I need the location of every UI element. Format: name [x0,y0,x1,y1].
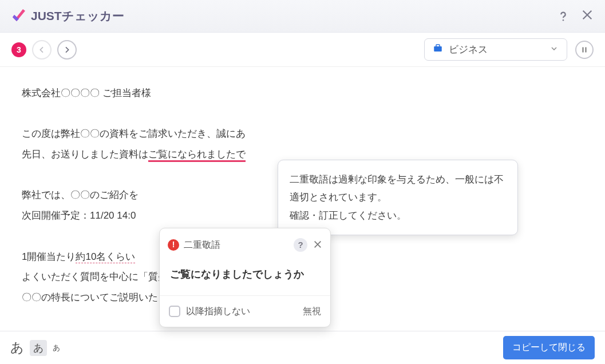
popup-title: 二重敬語 [184,235,220,255]
fontsize-medium[interactable]: あ [30,340,47,356]
popup-close-icon[interactable] [313,239,322,251]
fontsize-large[interactable]: あ [10,339,24,357]
chevron-down-icon [549,44,559,56]
popup-header: ! 二重敬語 ? [160,228,330,262]
svg-rect-2 [436,45,440,47]
app-title: JUSTチェッカー [31,8,124,24]
category-label: ビジネス [449,43,488,56]
footer: あ あ あ コピーして閉じる [0,331,605,364]
pause-button[interactable] [575,41,594,59]
explanation-tooltip: 二重敬語は過剰な印象を与えるため、一般には不適切とされています。 確認・訂正して… [278,160,518,235]
briefcase-icon [433,43,443,56]
next-button[interactable] [57,40,77,60]
category-select[interactable]: ビジネス [424,38,567,61]
toolbar: 3 ビジネス [0,33,605,67]
help-icon[interactable] [557,10,570,22]
svg-point-0 [563,19,564,21]
suggestion-popup: ! 二重敬語 ? ご覧になりましたでしょうか 以降指摘しない 無視 [159,228,331,327]
popup-suggestion[interactable]: ご覧になりましたでしょうか [160,262,330,296]
close-icon[interactable] [581,9,594,23]
error-count-badge: 3 [11,42,26,57]
svg-rect-4 [586,47,587,52]
content-area: 株式会社〇〇〇〇 ご担当者様 この度は弊社〇〇の資料をご請求いただき、誠にあ 先… [0,67,605,336]
app-logo: JUSTチェッカー [11,8,124,24]
ignore-button[interactable]: 無視 [303,302,321,321]
fontsize-small[interactable]: あ [53,343,60,353]
prev-button [32,40,52,60]
error-span[interactable]: ご覧になられましたで [148,149,246,162]
check-icon [11,9,25,23]
alert-icon: ! [168,239,179,251]
text-line: 株式会社〇〇〇〇 ご担当者様 [22,83,583,104]
copy-close-button[interactable]: コピーして閉じる [503,336,595,359]
popup-help-icon[interactable]: ? [294,238,307,252]
dont-suggest-checkbox[interactable] [169,306,180,317]
svg-rect-3 [583,47,584,52]
text-line [22,104,583,124]
app-header: JUSTチェッカー [0,0,605,33]
text-line: この度は弊社〇〇の資料をご請求いただき、誠にあ [22,124,583,144]
dont-suggest-label: 以降指摘しない [186,302,250,321]
popup-footer: 以降指摘しない 無視 [160,295,330,327]
error-span[interactable]: 約10名くらい [76,251,135,263]
